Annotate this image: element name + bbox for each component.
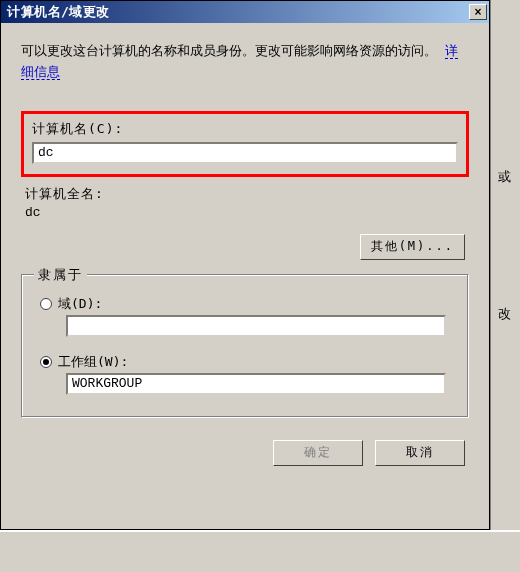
close-button[interactable]: × — [469, 4, 487, 20]
computer-name-highlight: 计算机名(C): — [21, 111, 469, 177]
computer-name-label: 计算机名(C): — [32, 120, 458, 138]
cancel-button[interactable]: 取消 — [375, 440, 465, 466]
domain-radio-row[interactable]: 域(D): — [40, 295, 450, 313]
domain-input[interactable] — [66, 315, 446, 337]
workgroup-radio-row[interactable]: 工作组(W): — [40, 353, 450, 371]
workgroup-radio-label: 工作组(W): — [58, 353, 128, 371]
workgroup-radio[interactable] — [40, 356, 52, 368]
computer-name-input[interactable] — [32, 142, 458, 164]
titlebar: 计算机名/域更改 × — [1, 1, 489, 23]
domain-radio-label: 域(D): — [58, 295, 102, 313]
info-text: 可以更改这台计算机的名称和成员身份。更改可能影响网络资源的访问。 详细信息 — [21, 41, 469, 83]
full-name-value: dc — [25, 205, 465, 220]
bg-text-fragment: 改 — [498, 305, 511, 323]
background-panel-right — [490, 0, 520, 572]
member-of-legend: 隶属于 — [34, 266, 87, 284]
full-name-block: 计算机全名: dc — [21, 183, 469, 220]
background-panel-bottom — [0, 530, 520, 572]
close-icon: × — [474, 6, 481, 18]
dialog-window: 计算机名/域更改 × 可以更改这台计算机的名称和成员身份。更改可能影响网络资源的… — [0, 0, 490, 530]
info-text-body: 可以更改这台计算机的名称和成员身份。更改可能影响网络资源的访问。 — [21, 43, 437, 58]
bg-text-fragment: 或 — [498, 168, 511, 186]
more-button[interactable]: 其他(M)... — [360, 234, 465, 260]
workgroup-input[interactable] — [66, 373, 446, 395]
ok-button[interactable]: 确定 — [273, 440, 363, 466]
member-of-group: 隶属于 域(D): 工作组(W): — [21, 274, 469, 418]
window-title: 计算机名/域更改 — [7, 3, 110, 21]
dialog-content: 可以更改这台计算机的名称和成员身份。更改可能影响网络资源的访问。 详细信息 计算… — [1, 23, 489, 529]
full-name-label: 计算机全名: — [25, 185, 465, 203]
domain-radio[interactable] — [40, 298, 52, 310]
radio-dot-icon — [43, 359, 49, 365]
